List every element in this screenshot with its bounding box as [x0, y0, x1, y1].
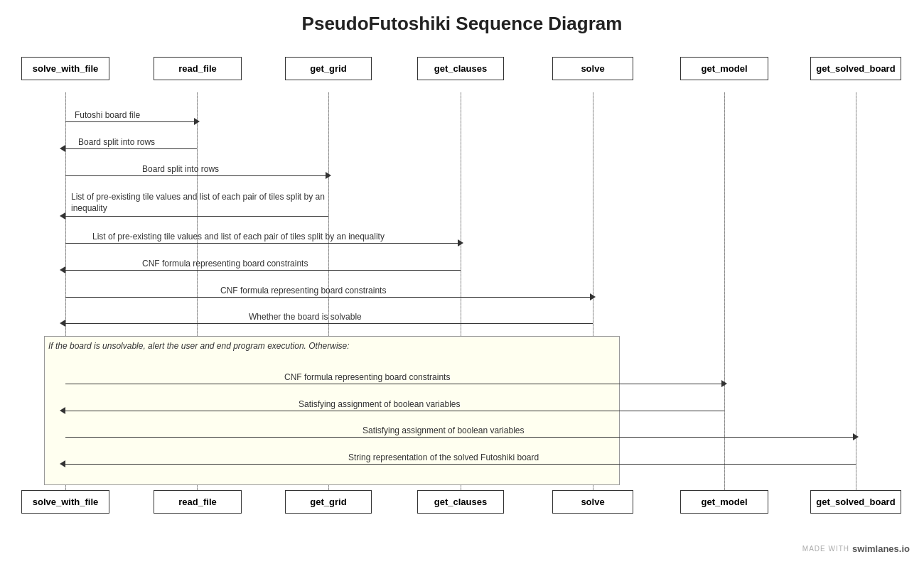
- lifeline-box-read_file-bottom: read_file: [154, 490, 242, 514]
- arrow-4-label: List of pre-existing tile values and lis…: [71, 192, 327, 214]
- arrow-1-head: [194, 118, 200, 125]
- arrow-7-label: CNF formula representing board constrain…: [220, 286, 386, 295]
- arrow-3-label: Board split into rows: [142, 164, 219, 174]
- arrow-1-label: Futoshi board file: [75, 110, 140, 120]
- arrow-11-label: Satisfying assignment of boolean variabl…: [362, 425, 524, 435]
- arrow-7-line: [65, 297, 593, 298]
- arrow-5-label: List of pre-existing tile values and lis…: [92, 232, 385, 242]
- watermark-prefix: MADE WITH: [802, 545, 849, 553]
- arrow-6-line: [65, 270, 461, 271]
- arrow-10-head: [60, 407, 65, 414]
- arrow-8-head: [60, 320, 65, 327]
- lifeline-box-get_solved_board-bottom: get_solved_board: [810, 490, 901, 514]
- arrow-9-line: [65, 384, 724, 384]
- diagram-title: PseudoFutoshiki Sequence Diagram: [0, 0, 924, 35]
- lifeline-box-solve-bottom: solve: [552, 490, 633, 514]
- lifeline-box-get_solved_board-top: get_solved_board: [810, 57, 901, 80]
- arrow-5-head: [458, 239, 463, 246]
- lifeline-box-get_model-top: get_model: [680, 57, 768, 80]
- lifeline-box-get_grid-top: get_grid: [285, 57, 372, 80]
- lifeline-get_solved_board: [856, 92, 856, 490]
- arrow-11-head: [853, 433, 859, 440]
- lifeline-box-get_clauses-bottom: get_clauses: [417, 490, 504, 514]
- arrow-2-line: [65, 148, 197, 149]
- arrow-4-head: [60, 212, 65, 219]
- arrow-7-head: [590, 293, 596, 300]
- arrow-9-label: CNF formula representing board constrain…: [284, 372, 450, 382]
- arrow-2-label: Board split into rows: [78, 137, 155, 147]
- arrow-10-label: Satisfying assignment of boolean variabl…: [299, 399, 460, 409]
- arrow-2-head: [60, 145, 65, 152]
- arrow-10-line: [65, 411, 724, 411]
- arrow-3-head: [326, 172, 331, 179]
- arrow-8-label: Whether the board is solvable: [249, 312, 362, 322]
- arrow-12-label: String representation of the solved Futo…: [348, 452, 539, 462]
- lifeline-box-solve_with_file-bottom: solve_with_file: [21, 490, 109, 514]
- lifeline-box-get_grid-bottom: get_grid: [285, 490, 372, 514]
- lifeline-box-read_file-top: read_file: [154, 57, 242, 80]
- arrow-8-line: [65, 323, 593, 324]
- watermark-brand: swimlanes.io: [852, 543, 910, 554]
- arrow-12-line: [65, 464, 856, 465]
- arrow-4-line: [65, 216, 328, 217]
- arrow-11-line: [65, 437, 856, 438]
- watermark: MADE WITH swimlanes.io: [802, 543, 910, 554]
- arrow-5-line: [65, 243, 461, 244]
- arrow-6-head: [60, 266, 65, 273]
- lifeline-box-solve_with_file-top: solve_with_file: [21, 57, 109, 80]
- arrow-3-line: [65, 175, 328, 176]
- arrow-6-label: CNF formula representing board constrain…: [142, 259, 308, 269]
- lifeline-get_model: [724, 92, 725, 490]
- lifeline-box-get_model-bottom: get_model: [680, 490, 768, 514]
- lifeline-box-get_clauses-top: get_clauses: [417, 57, 504, 80]
- diagram-container: PseudoFutoshiki Sequence Diagram solve_w…: [0, 0, 924, 564]
- arrow-1-line: [65, 121, 197, 122]
- arrow-9-head: [721, 380, 727, 387]
- arrow-12-head: [60, 460, 65, 467]
- alt-box-label: If the board is unsolvable, alert the us…: [48, 341, 350, 351]
- lifeline-box-solve-top: solve: [552, 57, 633, 80]
